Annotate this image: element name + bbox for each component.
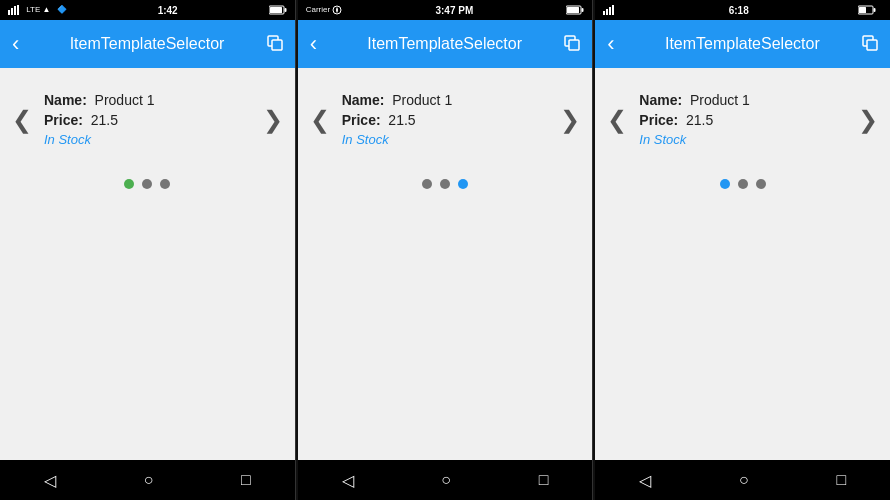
back-button[interactable]: ‹ [12,33,19,55]
svg-rect-21 [859,7,866,13]
back-nav-icon[interactable]: ◁ [639,471,651,490]
recent-nav-icon[interactable]: □ [539,471,549,489]
action-button[interactable] [267,35,283,54]
home-nav-icon[interactable]: ○ [441,471,451,489]
home-nav-icon[interactable]: ○ [739,471,749,489]
dot-2[interactable] [458,179,468,189]
nav-left-arrow[interactable]: ❮ [4,98,40,142]
item-price: Price: 21.5 [342,112,549,128]
svg-rect-15 [603,11,605,15]
status-left: LTE ▲ 🔷 [8,5,67,15]
status-time: 6:18 [729,5,749,16]
app-bar: ‹ ItemTemplateSelector [595,20,890,68]
home-nav-icon[interactable]: ○ [144,471,154,489]
dots-indicator [595,171,890,205]
dot-1[interactable] [142,179,152,189]
phone-2: Carrier 3:47 PM ‹ ItemTemplateSelector [298,0,594,500]
status-left: Carrier [306,5,343,15]
svg-rect-2 [14,6,16,15]
nav-right-arrow[interactable]: ❯ [552,98,588,142]
status-right [269,5,287,15]
svg-rect-23 [867,40,877,50]
back-nav-icon[interactable]: ◁ [342,471,354,490]
item-info: Name: Product 1 Price: 21.5 In Stock [338,84,553,155]
back-nav-icon[interactable]: ◁ [44,471,56,490]
item-name: Name: Product 1 [639,92,846,108]
status-time: 1:42 [158,5,178,16]
status-bar: 6:18 [595,0,890,20]
status-right [858,5,882,15]
svg-rect-18 [612,5,614,15]
recent-nav-icon[interactable]: □ [836,471,846,489]
item-info: Name: Product 1 Price: 21.5 In Stock [635,84,850,155]
item-price: Price: 21.5 [44,112,251,128]
dot-2[interactable] [756,179,766,189]
recent-nav-icon[interactable]: □ [241,471,251,489]
svg-rect-14 [569,40,579,50]
svg-rect-11 [582,8,584,12]
app-bar: ‹ ItemTemplateSelector [0,20,295,68]
content-area: ❮ Name: Product 1 Price: 21.5 In Stock ❯ [0,68,295,460]
svg-rect-3 [17,5,19,15]
back-button[interactable]: ‹ [607,33,614,55]
svg-rect-20 [874,8,876,12]
dot-0[interactable] [720,179,730,189]
svg-rect-6 [270,7,282,13]
phone-1: LTE ▲ 🔷 1:42 ‹ ItemTemplateSelector ❮ Na… [0,0,296,500]
action-button[interactable] [564,35,580,54]
item-card: ❮ Name: Product 1 Price: 21.5 In Stock ❯ [595,68,890,171]
dot-1[interactable] [738,179,748,189]
svg-rect-5 [284,8,286,12]
dot-2[interactable] [160,179,170,189]
item-card: ❮ Name: Product 1 Price: 21.5 In Stock ❯ [298,68,593,171]
app-bar: ‹ ItemTemplateSelector [298,20,593,68]
nav-left-arrow[interactable]: ❮ [302,98,338,142]
back-button[interactable]: ‹ [310,33,317,55]
svg-rect-12 [567,7,579,13]
dots-indicator [298,171,593,205]
dot-0[interactable] [422,179,432,189]
nav-right-arrow[interactable]: ❯ [255,98,291,142]
item-status: In Stock [44,132,251,147]
svg-rect-17 [609,7,611,15]
status-right [566,5,584,15]
status-time: 3:47 PM [435,5,473,16]
dot-0[interactable] [124,179,134,189]
item-name: Name: Product 1 [342,92,549,108]
dot-1[interactable] [440,179,450,189]
item-price: Price: 21.5 [639,112,846,128]
status-bar: LTE ▲ 🔷 1:42 [0,0,295,20]
svg-rect-0 [8,10,10,15]
item-card: ❮ Name: Product 1 Price: 21.5 In Stock ❯ [0,68,295,171]
content-area: ❮ Name: Product 1 Price: 21.5 In Stock ❯ [595,68,890,460]
nav-right-arrow[interactable]: ❯ [850,98,886,142]
status-bar: Carrier 3:47 PM [298,0,593,20]
dots-indicator [0,171,295,205]
app-title: ItemTemplateSelector [325,35,564,53]
item-status: In Stock [639,132,846,147]
svg-rect-16 [606,9,608,15]
svg-rect-1 [11,8,13,15]
phone-3: 6:18 ‹ ItemTemplateSelector ❮ Name: Prod… [595,0,890,500]
bottom-nav: ◁ ○ □ [595,460,890,500]
phone-container: LTE ▲ 🔷 1:42 ‹ ItemTemplateSelector ❮ Na… [0,0,890,500]
status-left [603,5,619,15]
item-name: Name: Product 1 [44,92,251,108]
content-area: ❮ Name: Product 1 Price: 21.5 In Stock ❯ [298,68,593,460]
action-button[interactable] [862,35,878,54]
app-title: ItemTemplateSelector [27,35,266,53]
svg-rect-8 [272,40,282,50]
nav-left-arrow[interactable]: ❮ [599,98,635,142]
app-title: ItemTemplateSelector [623,35,862,53]
bottom-nav: ◁ ○ □ [298,460,593,500]
bottom-nav: ◁ ○ □ [0,460,295,500]
item-info: Name: Product 1 Price: 21.5 In Stock [40,84,255,155]
item-status: In Stock [342,132,549,147]
